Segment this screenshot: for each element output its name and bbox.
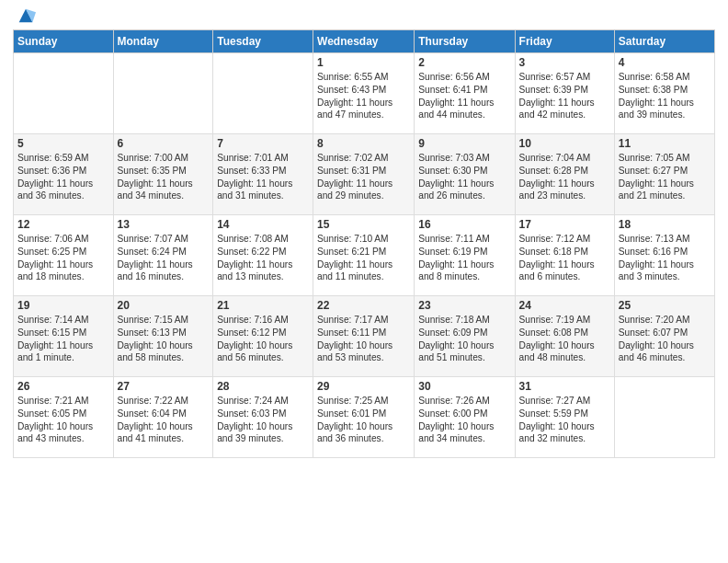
- day-info: Sunrise: 7:04 AMSunset: 6:28 PMDaylight:…: [519, 152, 610, 202]
- day-number: 27: [118, 380, 210, 393]
- day-info: Sunrise: 7:21 AMSunset: 6:05 PMDaylight:…: [17, 395, 109, 445]
- day-number: 5: [17, 137, 109, 150]
- day-number: 22: [317, 299, 410, 312]
- week-row-1: 1Sunrise: 6:55 AMSunset: 6:43 PMDaylight…: [14, 53, 715, 134]
- calendar-cell: 6Sunrise: 7:00 AMSunset: 6:35 PMDaylight…: [113, 134, 213, 215]
- calendar-cell: 1Sunrise: 6:55 AMSunset: 6:43 PMDaylight…: [313, 53, 415, 134]
- day-number: 7: [217, 137, 309, 150]
- calendar-cell: [213, 53, 313, 134]
- calendar-cell: 14Sunrise: 7:08 AMSunset: 6:22 PMDayligh…: [213, 215, 313, 296]
- calendar-cell: 3Sunrise: 6:57 AMSunset: 6:39 PMDaylight…: [515, 53, 614, 134]
- day-number: 6: [118, 137, 210, 150]
- day-info: Sunrise: 7:10 AMSunset: 6:21 PMDaylight:…: [317, 233, 410, 283]
- calendar-cell: 11Sunrise: 7:05 AMSunset: 6:27 PMDayligh…: [614, 134, 714, 215]
- day-number: 18: [619, 218, 711, 231]
- calendar-cell: 23Sunrise: 7:18 AMSunset: 6:09 PMDayligh…: [415, 296, 515, 377]
- day-number: 26: [17, 380, 109, 393]
- day-info: Sunrise: 7:07 AMSunset: 6:24 PMDaylight:…: [118, 233, 210, 283]
- day-number: 19: [17, 299, 109, 312]
- header: [13, 9, 715, 26]
- calendar-cell: 28Sunrise: 7:24 AMSunset: 6:03 PMDayligh…: [213, 377, 313, 458]
- day-info: Sunrise: 7:20 AMSunset: 6:07 PMDaylight:…: [619, 314, 711, 364]
- day-number: 28: [217, 380, 309, 393]
- day-number: 11: [619, 137, 711, 150]
- calendar-cell: 30Sunrise: 7:26 AMSunset: 6:00 PMDayligh…: [415, 377, 515, 458]
- weekday-header-tuesday: Tuesday: [213, 30, 313, 53]
- calendar-cell: 20Sunrise: 7:15 AMSunset: 6:13 PMDayligh…: [113, 296, 213, 377]
- day-info: Sunrise: 7:17 AMSunset: 6:11 PMDaylight:…: [317, 314, 410, 364]
- day-number: 17: [519, 218, 610, 231]
- calendar-cell: [113, 53, 213, 134]
- day-info: Sunrise: 7:00 AMSunset: 6:35 PMDaylight:…: [118, 152, 210, 202]
- calendar-cell: 18Sunrise: 7:13 AMSunset: 6:16 PMDayligh…: [614, 215, 714, 296]
- page-container: SundayMondayTuesdayWednesdayThursdayFrid…: [0, 0, 728, 465]
- calendar-cell: 31Sunrise: 7:27 AMSunset: 5:59 PMDayligh…: [515, 377, 614, 458]
- calendar-cell: 15Sunrise: 7:10 AMSunset: 6:21 PMDayligh…: [313, 215, 415, 296]
- day-number: 21: [217, 299, 309, 312]
- day-number: 16: [418, 218, 510, 231]
- calendar-cell: 13Sunrise: 7:07 AMSunset: 6:24 PMDayligh…: [113, 215, 213, 296]
- calendar-cell: 10Sunrise: 7:04 AMSunset: 6:28 PMDayligh…: [515, 134, 614, 215]
- weekday-header-saturday: Saturday: [614, 30, 714, 53]
- calendar-cell: 29Sunrise: 7:25 AMSunset: 6:01 PMDayligh…: [313, 377, 415, 458]
- day-number: 15: [317, 218, 410, 231]
- calendar-cell: [614, 377, 714, 458]
- day-number: 13: [118, 218, 210, 231]
- day-info: Sunrise: 7:26 AMSunset: 6:00 PMDaylight:…: [418, 395, 510, 445]
- calendar-cell: 21Sunrise: 7:16 AMSunset: 6:12 PMDayligh…: [213, 296, 313, 377]
- day-info: Sunrise: 6:56 AMSunset: 6:41 PMDaylight:…: [418, 71, 510, 121]
- day-number: 12: [17, 218, 109, 231]
- day-info: Sunrise: 6:57 AMSunset: 6:39 PMDaylight:…: [519, 71, 610, 121]
- day-number: 31: [519, 380, 610, 393]
- day-info: Sunrise: 7:06 AMSunset: 6:25 PMDaylight:…: [17, 233, 109, 283]
- calendar-cell: 7Sunrise: 7:01 AMSunset: 6:33 PMDaylight…: [213, 134, 313, 215]
- day-number: 23: [418, 299, 510, 312]
- day-number: 14: [217, 218, 309, 231]
- weekday-header-thursday: Thursday: [415, 30, 515, 53]
- logo: [13, 13, 36, 26]
- calendar-cell: 27Sunrise: 7:22 AMSunset: 6:04 PMDayligh…: [113, 377, 213, 458]
- calendar-cell: 26Sunrise: 7:21 AMSunset: 6:05 PMDayligh…: [14, 377, 114, 458]
- weekday-header-friday: Friday: [515, 30, 614, 53]
- week-row-2: 5Sunrise: 6:59 AMSunset: 6:36 PMDaylight…: [14, 134, 715, 215]
- day-number: 4: [619, 56, 711, 69]
- day-number: 1: [317, 56, 410, 69]
- calendar-cell: 4Sunrise: 6:58 AMSunset: 6:38 PMDaylight…: [614, 53, 714, 134]
- day-number: 9: [418, 137, 510, 150]
- calendar-cell: 25Sunrise: 7:20 AMSunset: 6:07 PMDayligh…: [614, 296, 714, 377]
- day-info: Sunrise: 7:15 AMSunset: 6:13 PMDaylight:…: [118, 314, 210, 364]
- day-number: 20: [118, 299, 210, 312]
- day-info: Sunrise: 7:05 AMSunset: 6:27 PMDaylight:…: [619, 152, 711, 202]
- day-info: Sunrise: 7:12 AMSunset: 6:18 PMDaylight:…: [519, 233, 610, 283]
- calendar-cell: [14, 53, 114, 134]
- day-info: Sunrise: 7:03 AMSunset: 6:30 PMDaylight:…: [418, 152, 510, 202]
- weekday-header-monday: Monday: [113, 30, 213, 53]
- calendar-cell: 5Sunrise: 6:59 AMSunset: 6:36 PMDaylight…: [14, 134, 114, 215]
- weekday-header-row: SundayMondayTuesdayWednesdayThursdayFrid…: [14, 30, 715, 53]
- week-row-3: 12Sunrise: 7:06 AMSunset: 6:25 PMDayligh…: [14, 215, 715, 296]
- day-info: Sunrise: 7:19 AMSunset: 6:08 PMDaylight:…: [519, 314, 610, 364]
- day-info: Sunrise: 6:59 AMSunset: 6:36 PMDaylight:…: [17, 152, 109, 202]
- day-number: 30: [418, 380, 510, 393]
- day-info: Sunrise: 7:18 AMSunset: 6:09 PMDaylight:…: [418, 314, 510, 364]
- week-row-5: 26Sunrise: 7:21 AMSunset: 6:05 PMDayligh…: [14, 377, 715, 458]
- day-info: Sunrise: 7:13 AMSunset: 6:16 PMDaylight:…: [619, 233, 711, 283]
- calendar-cell: 17Sunrise: 7:12 AMSunset: 6:18 PMDayligh…: [515, 215, 614, 296]
- calendar-cell: 19Sunrise: 7:14 AMSunset: 6:15 PMDayligh…: [14, 296, 114, 377]
- day-info: Sunrise: 6:58 AMSunset: 6:38 PMDaylight:…: [619, 71, 711, 121]
- day-info: Sunrise: 7:24 AMSunset: 6:03 PMDaylight:…: [217, 395, 309, 445]
- weekday-header-sunday: Sunday: [14, 30, 114, 53]
- day-info: Sunrise: 7:25 AMSunset: 6:01 PMDaylight:…: [317, 395, 410, 445]
- day-number: 29: [317, 380, 410, 393]
- day-number: 8: [317, 137, 410, 150]
- day-number: 3: [519, 56, 610, 69]
- weekday-header-wednesday: Wednesday: [313, 30, 415, 53]
- day-number: 10: [519, 137, 610, 150]
- calendar-cell: 24Sunrise: 7:19 AMSunset: 6:08 PMDayligh…: [515, 296, 614, 377]
- day-info: Sunrise: 7:22 AMSunset: 6:04 PMDaylight:…: [118, 395, 210, 445]
- calendar-cell: 22Sunrise: 7:17 AMSunset: 6:11 PMDayligh…: [313, 296, 415, 377]
- logo-icon: [16, 6, 36, 26]
- day-info: Sunrise: 7:11 AMSunset: 6:19 PMDaylight:…: [418, 233, 510, 283]
- calendar-cell: 12Sunrise: 7:06 AMSunset: 6:25 PMDayligh…: [14, 215, 114, 296]
- day-number: 24: [519, 299, 610, 312]
